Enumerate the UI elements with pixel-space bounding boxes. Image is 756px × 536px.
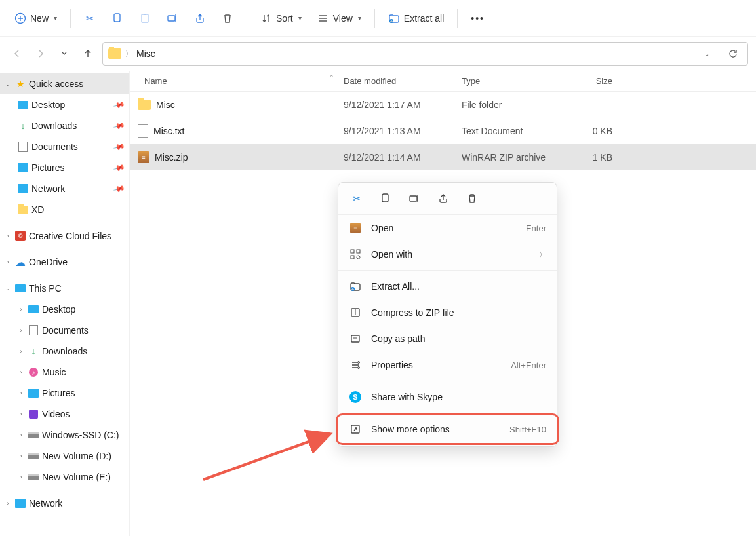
- sidebar-pc-music[interactable]: ›♪Music: [0, 362, 129, 383]
- chevron-right-icon: 〉: [125, 49, 132, 59]
- up-button[interactable]: [79, 45, 97, 63]
- separator: [338, 413, 557, 413]
- zip-icon: [349, 306, 362, 319]
- svg-rect-7: [410, 196, 417, 201]
- new-button[interactable]: New ▾: [8, 9, 64, 28]
- file-size: 1 KB: [560, 152, 626, 163]
- label: Share with Skype: [371, 392, 443, 402]
- col-date[interactable]: Date modified: [344, 76, 462, 86]
- folder-icon: [138, 100, 151, 110]
- label: XD: [31, 204, 44, 215]
- column-headers: Name⌃ Date modified Type Size: [130, 71, 756, 92]
- zip-file-icon: ≡: [349, 221, 362, 235]
- sidebar-network[interactable]: ›Network: [0, 493, 129, 514]
- col-size[interactable]: Size: [560, 76, 626, 86]
- col-type[interactable]: Type: [462, 76, 560, 86]
- paste-button[interactable]: [132, 9, 157, 28]
- disk-icon: [28, 471, 39, 483]
- sidebar-pc-ssd[interactable]: ›Windows-SSD (C:): [0, 425, 129, 446]
- table-row[interactable]: ≡Misc.zip 9/12/2021 1:14 AM WinRAR ZIP a…: [130, 144, 756, 170]
- trash-icon[interactable]: [466, 192, 479, 205]
- back-button[interactable]: [8, 45, 26, 63]
- col-name[interactable]: Name⌃: [130, 76, 344, 86]
- scissors-icon[interactable]: ✂: [350, 192, 363, 205]
- label: Downloads: [31, 121, 77, 131]
- rename-icon[interactable]: [408, 192, 421, 205]
- label: Windows-SSD (C:): [42, 430, 119, 440]
- chevron-down-icon[interactable]: ⌄: [704, 50, 709, 58]
- sidebar-pc-documents[interactable]: ›Documents: [0, 320, 129, 341]
- sidebar-item-documents[interactable]: Documents📌: [0, 136, 129, 157]
- address-bar[interactable]: 〉 Misc ⌄: [102, 42, 748, 66]
- sidebar-pc-videos[interactable]: ›Videos: [0, 404, 129, 425]
- ctx-show-more-options[interactable]: Show more options Shift+F10: [338, 416, 557, 442]
- rename-button[interactable]: [160, 9, 185, 28]
- svg-rect-4: [168, 16, 175, 21]
- folder-icon: [108, 48, 121, 59]
- svg-rect-3: [144, 14, 146, 15]
- view-button[interactable]: View ▾: [311, 9, 368, 28]
- ctx-share-skype[interactable]: S Share with Skype: [338, 384, 557, 410]
- music-icon: ♪: [28, 366, 39, 378]
- sidebar-this-pc[interactable]: ⌄This PC: [0, 278, 129, 299]
- table-row[interactable]: Misc.txt 9/12/2021 1:13 AM Text Document…: [130, 118, 756, 144]
- chevron-right-icon: ›: [17, 368, 25, 376]
- sidebar-item-pictures[interactable]: Pictures📌: [0, 157, 129, 178]
- sidebar-quick-access[interactable]: ⌄★Quick access: [0, 73, 129, 94]
- ctx-extract-all[interactable]: Extract All...: [338, 273, 557, 299]
- label: Creative Cloud Files: [29, 231, 111, 241]
- sidebar-pc-downloads[interactable]: ›↓Downloads: [0, 341, 129, 362]
- ctx-compress[interactable]: Compress to ZIP file: [338, 299, 557, 326]
- sidebar-creative-cloud[interactable]: ›©Creative Cloud Files: [0, 225, 129, 246]
- sidebar: ⌄★Quick access Desktop📌 ↓Downloads📌 Docu…: [0, 71, 130, 536]
- share-button[interactable]: [188, 9, 212, 28]
- separator: [70, 9, 71, 28]
- svg-point-15: [358, 362, 360, 364]
- label: This PC: [29, 283, 62, 294]
- file-type: Text Document: [462, 126, 560, 136]
- ctx-copy-path[interactable]: Copy as path: [338, 326, 557, 352]
- chevron-down-icon: ▾: [298, 14, 302, 22]
- file-type: WinRAR ZIP archive: [462, 152, 560, 163]
- ctx-open[interactable]: ≡ Open Enter: [338, 215, 557, 241]
- sidebar-pc-d[interactable]: ›New Volume (D:): [0, 446, 129, 467]
- sidebar-onedrive[interactable]: ›☁OneDrive: [0, 252, 129, 273]
- sidebar-pc-desktop[interactable]: ›Desktop: [0, 299, 129, 320]
- sidebar-pc-e[interactable]: ›New Volume (E:): [0, 467, 129, 488]
- label: OneDrive: [29, 257, 68, 267]
- chevron-right-icon: ›: [17, 389, 25, 397]
- share-icon[interactable]: [437, 192, 450, 205]
- table-row[interactable]: Misc 9/12/2021 1:17 AM File folder: [130, 92, 756, 118]
- cut-button[interactable]: ✂: [77, 9, 102, 28]
- svg-rect-2: [142, 14, 148, 22]
- ctx-properties[interactable]: Properties Alt+Enter: [338, 352, 557, 378]
- copy-button[interactable]: [105, 9, 130, 28]
- plus-icon: [14, 12, 26, 24]
- file-date: 9/12/2021 1:13 AM: [344, 126, 462, 136]
- disk-icon: [28, 450, 39, 462]
- recent-button[interactable]: [55, 45, 73, 63]
- file-name: Misc.zip: [155, 152, 188, 163]
- sidebar-item-xd[interactable]: XD: [0, 199, 129, 220]
- separator: [457, 9, 458, 28]
- sidebar-item-downloads[interactable]: ↓Downloads📌: [0, 115, 129, 136]
- ctx-open-with[interactable]: Open with 〉: [338, 241, 557, 267]
- copy-icon[interactable]: [379, 192, 392, 205]
- delete-button[interactable]: [215, 9, 240, 28]
- label: Network: [29, 498, 62, 508]
- more-button[interactable]: •••: [464, 9, 491, 28]
- sidebar-item-network-q[interactable]: Network📌: [0, 178, 129, 199]
- label: Open with: [371, 249, 412, 259]
- sidebar-pc-pictures[interactable]: ›Pictures: [0, 383, 129, 404]
- network-icon: [17, 183, 29, 195]
- star-icon: ★: [14, 78, 26, 90]
- sort-asc-icon: ⌃: [329, 74, 334, 81]
- paste-icon: [139, 12, 151, 24]
- sort-button[interactable]: Sort ▾: [254, 9, 308, 28]
- forward-button[interactable]: [31, 45, 50, 63]
- refresh-button[interactable]: [724, 45, 742, 63]
- extract-all-button[interactable]: Extract all: [382, 9, 450, 28]
- ellipsis-icon: •••: [471, 13, 485, 24]
- sidebar-item-desktop[interactable]: Desktop📌: [0, 94, 129, 115]
- extract-icon: [388, 12, 400, 24]
